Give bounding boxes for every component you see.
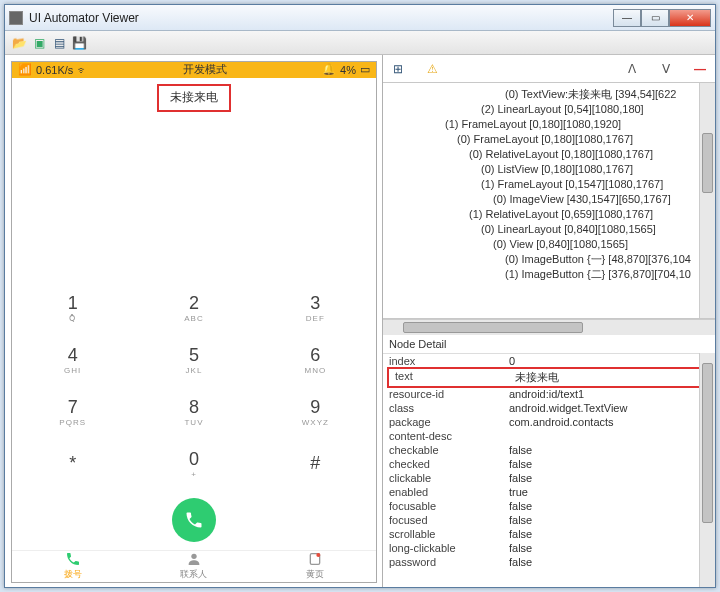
tree-node[interactable]: (0) TextView:未接来电 [394,54][622 [385, 87, 713, 102]
tree-node[interactable]: (1) RelativeLayout [0,659][1080,1767] [385, 207, 713, 222]
property-value: 0 [509, 355, 709, 367]
open-icon[interactable]: 📂 [11, 35, 27, 51]
key-0[interactable]: 0+ [133, 438, 254, 490]
property-row[interactable]: packagecom.android.contacts [383, 415, 715, 429]
titlebar[interactable]: UI Automator Viewer — ▭ ✕ [5, 5, 715, 31]
key-5[interactable]: 5JKL [133, 334, 254, 386]
window-title: UI Automator Viewer [29, 11, 613, 25]
scrollbar-thumb[interactable] [403, 322, 583, 333]
tab-contacts-label: 联系人 [180, 568, 207, 581]
nav-up-icon[interactable]: ᐱ [623, 62, 641, 76]
property-row[interactable]: focusablefalse [383, 499, 715, 513]
tree-node[interactable]: (0) ListView [0,180][1080,1767] [385, 162, 713, 177]
tab-yellowpages-label: 黄页 [306, 568, 324, 581]
property-row[interactable]: checkedfalse [383, 457, 715, 471]
tree-node[interactable]: (2) LinearLayout [0,54][1080,180] [385, 102, 713, 117]
svg-point-0 [191, 554, 196, 559]
right-panel: ⊞ ⚠ ᐱ ᐯ — (0) TextView:未接来电 [394,54][622… [383, 55, 715, 587]
tab-dial-label: 拨号 [64, 568, 82, 581]
contacts-icon [186, 551, 202, 567]
save-icon[interactable]: 💾 [71, 35, 87, 51]
tree-node[interactable]: (0) FrameLayout [0,180][1080,1767] [385, 132, 713, 147]
nav-down-icon[interactable]: ᐯ [657, 62, 675, 76]
minimize-button[interactable]: — [613, 9, 641, 27]
property-key: focused [389, 514, 509, 526]
wifi-icon: ᯤ [77, 64, 88, 76]
property-row[interactable]: resource-idandroid:id/text1 [383, 387, 715, 401]
call-button[interactable] [172, 498, 216, 542]
property-row[interactable]: passwordfalse [383, 555, 715, 569]
expand-icon[interactable]: ⊞ [389, 62, 407, 76]
maximize-button[interactable]: ▭ [641, 9, 669, 27]
close-button[interactable]: ✕ [669, 9, 711, 27]
scrollbar-thumb[interactable] [702, 133, 713, 193]
property-value: false [509, 528, 709, 540]
app-icon [9, 11, 23, 25]
property-row[interactable]: scrollablefalse [383, 527, 715, 541]
warning-icon[interactable]: ⚠ [423, 62, 441, 76]
key-8[interactable]: 8TUV [133, 386, 254, 438]
property-value: false [509, 458, 709, 470]
property-row[interactable]: clickablefalse [383, 471, 715, 485]
node-detail-panel: Node Detail index0text未接来电resource-idand… [383, 335, 715, 587]
tree-toolbar: ⊞ ⚠ ᐱ ᐯ — [383, 55, 715, 83]
tree-node[interactable]: (1) FrameLayout [0,180][1080,1920] [385, 117, 713, 132]
property-row[interactable]: enabledtrue [383, 485, 715, 499]
property-row[interactable]: long-clickablefalse [383, 541, 715, 555]
property-key: clickable [389, 472, 509, 484]
key-3[interactable]: 3DEF [255, 282, 376, 334]
tab-yellowpages[interactable]: 黄页 [255, 551, 376, 582]
yellowpages-icon [307, 551, 323, 567]
toolbar: 📂 ▣ ▤ 💾 [5, 31, 715, 55]
remove-icon[interactable]: — [691, 62, 709, 76]
tree-node[interactable]: (0) RelativeLayout [0,180][1080,1767] [385, 147, 713, 162]
property-key: class [389, 402, 509, 414]
property-row[interactable]: content-desc [383, 429, 715, 443]
scrollbar-thumb[interactable] [702, 363, 713, 523]
tree-rows: (0) TextView:未接来电 [394,54][622(2) Linear… [385, 87, 713, 282]
key-#[interactable]: # [255, 438, 376, 490]
property-row[interactable]: classandroid.widget.TextView [383, 401, 715, 415]
speed-label: 0.61K/s [36, 64, 73, 76]
screen-body: 1Q̊2ABC3DEF4GHI5JKL6MNO7PQRS8TUV9WXYZ*0+… [12, 112, 376, 550]
tab-contacts[interactable]: 联系人 [133, 551, 254, 582]
property-row[interactable]: text未接来电 [387, 367, 711, 388]
tree-node[interactable]: (0) ImageView [430,1547][650,1767] [385, 192, 713, 207]
key-4[interactable]: 4GHI [12, 334, 133, 386]
key-1[interactable]: 1Q̊ [12, 282, 133, 334]
device-dump-icon[interactable]: ▤ [51, 35, 67, 51]
hierarchy-tree[interactable]: (0) TextView:未接来电 [394,54][622(2) Linear… [383, 83, 715, 319]
tree-node[interactable]: (0) View [0,840][1080,1565] [385, 237, 713, 252]
key-2[interactable]: 2ABC [133, 282, 254, 334]
tree-node[interactable]: (1) ImageButton {二} [376,870][704,10 [385, 267, 713, 282]
tree-hscrollbar[interactable] [383, 319, 715, 335]
property-key: checkable [389, 444, 509, 456]
status-bar: 📶0.61K/sᯤ 开发模式 🔔4%▭ [12, 62, 376, 78]
property-value [509, 430, 709, 442]
tree-node[interactable]: (1) FrameLayout [0,1547][1080,1767] [385, 177, 713, 192]
key-*[interactable]: * [12, 438, 133, 490]
key-7[interactable]: 7PQRS [12, 386, 133, 438]
tree-node[interactable]: (0) ImageButton {一} [48,870][376,104 [385, 252, 713, 267]
bottom-tabs: 拨号 联系人 黄页 [12, 550, 376, 582]
property-key: scrollable [389, 528, 509, 540]
property-key: text [395, 370, 515, 385]
property-value: android.widget.TextView [509, 402, 709, 414]
tab-dial[interactable]: 拨号 [12, 551, 133, 582]
key-9[interactable]: 9WXYZ [255, 386, 376, 438]
property-value: false [509, 500, 709, 512]
property-row[interactable]: checkablefalse [383, 443, 715, 457]
key-6[interactable]: 6MNO [255, 334, 376, 386]
property-row[interactable]: index0 [383, 354, 715, 368]
property-key: long-clickable [389, 542, 509, 554]
property-value: false [509, 444, 709, 456]
device-screenshot-icon[interactable]: ▣ [31, 35, 47, 51]
tree-node[interactable]: (0) LinearLayout [0,840][1080,1565] [385, 222, 713, 237]
selected-tab-title[interactable]: 未接来电 [157, 84, 231, 112]
tree-vscrollbar[interactable] [699, 83, 715, 318]
property-row[interactable]: focusedfalse [383, 513, 715, 527]
dial-keypad: 1Q̊2ABC3DEF4GHI5JKL6MNO7PQRS8TUV9WXYZ*0+… [12, 282, 376, 490]
detail-vscrollbar[interactable] [699, 353, 715, 587]
property-value: true [509, 486, 709, 498]
property-value: 未接来电 [515, 370, 703, 385]
